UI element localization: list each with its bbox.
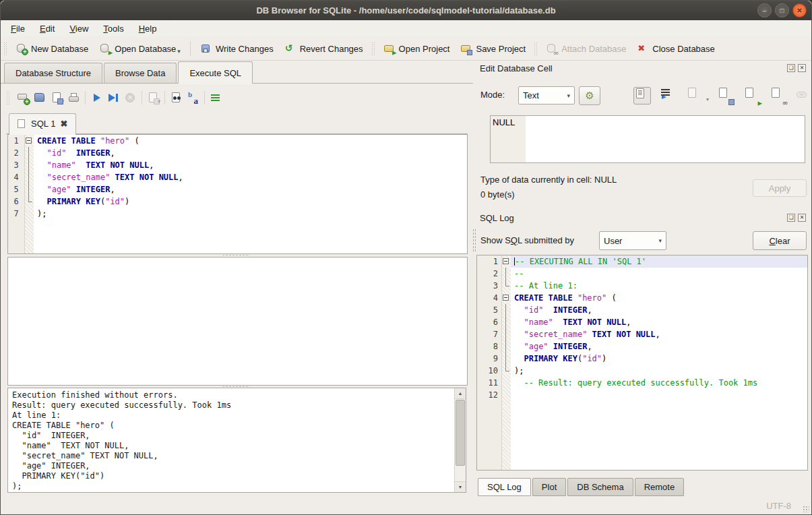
fold-marker-icon	[501, 304, 511, 316]
vertical-scrollbar[interactable]: ▲ ▼	[454, 388, 466, 492]
sql-tab[interactable]: SQL 1 ✖	[9, 113, 76, 134]
fold-marker-icon	[24, 171, 34, 183]
execute-current-line-icon[interactable]	[107, 92, 120, 104]
code-line: 3-- At line 1:	[477, 280, 807, 292]
menu-item-view[interactable]: View	[62, 22, 96, 36]
copy-cell-location-icon[interactable]	[770, 87, 787, 104]
dock-tab-plot[interactable]: Plot	[532, 478, 566, 496]
menu-item-help[interactable]: Help	[131, 22, 164, 36]
menu-item-file[interactable]: File	[3, 22, 32, 36]
code-line: 1-- EXECUTING ALL IN 'SQL 1'	[477, 255, 807, 268]
tab-execute-sql[interactable]: Execute SQL	[178, 61, 253, 84]
code-line: 4 "secret_name" TEXT NOT NULL,	[8, 171, 467, 183]
save-project-icon	[460, 43, 472, 54]
toolbar-separator	[164, 91, 165, 104]
find-icon[interactable]	[170, 92, 183, 104]
mode-select[interactable]: Text ▾	[518, 86, 575, 104]
code-line: 9 PRIMARY KEY("id")	[477, 353, 807, 365]
minimize-button[interactable]: ‒	[757, 3, 772, 18]
code-line: 5 "id" INTEGER,	[477, 304, 807, 316]
open-sql-file-icon[interactable]	[34, 92, 46, 104]
fold-marker-icon[interactable]	[501, 292, 511, 304]
sql-editor-toolbar: ▾▾	[3, 88, 224, 107]
sql-log-filter-select[interactable]: User ▾	[599, 231, 666, 250]
close-database-icon	[637, 43, 648, 54]
cell-settings-button[interactable]: ⚙	[579, 86, 600, 105]
menu-bar: FileEditViewToolsHelp	[1, 20, 811, 37]
sql-editor[interactable]: 1CREATE TABLE "hero" (2 "id" INTEGER,3 "…	[7, 134, 468, 254]
fold-marker-icon	[24, 183, 34, 195]
message-pane[interactable]: Execution finished without errors.Result…	[7, 388, 466, 493]
toolbar-sep	[190, 41, 191, 56]
fold-marker-icon[interactable]	[24, 135, 34, 147]
menu-item-edit[interactable]: Edit	[32, 22, 62, 36]
export-cell-data-icon[interactable]	[717, 87, 735, 104]
revert-changes-icon	[284, 43, 296, 54]
clear-button[interactable]: Clear	[753, 231, 807, 250]
auto-format-icon[interactable]	[210, 92, 222, 104]
title-bar[interactable]: DB Browser for SQLite - /home/user/code/…	[1, 1, 811, 21]
code-line: 10);	[477, 365, 807, 377]
code-line: 2--	[477, 268, 807, 280]
code-line: 1CREATE TABLE "hero" (	[8, 135, 467, 147]
dock-tab-db-schema[interactable]: DB Schema	[567, 478, 633, 496]
fold-marker-icon	[501, 268, 511, 280]
close-database-button[interactable]: Close Database	[631, 40, 720, 57]
cell-editor-textarea[interactable]: NULL	[490, 115, 805, 163]
fold-margin	[501, 377, 511, 389]
tab-database-structure[interactable]: Database Structure	[4, 63, 102, 84]
text-view-mode-icon[interactable]	[633, 87, 651, 104]
open-database-icon	[99, 43, 111, 54]
new-database-button[interactable]: New Database	[10, 40, 94, 57]
new-sql-tab-icon[interactable]	[17, 92, 30, 104]
mode-value: Text	[523, 90, 563, 100]
fold-marker-icon	[501, 280, 511, 292]
window-controls: ‒ □ ✕	[757, 3, 807, 18]
sql-log-pane[interactable]: 1-- EXECUTING ALL IN 'SQL 1'2--3-- At li…	[476, 255, 808, 471]
cell-type-label: Type of data currently in cell: NULL	[480, 175, 617, 185]
open-in-external-app-icon[interactable]	[743, 87, 761, 104]
maximize-button[interactable]: □	[775, 3, 789, 18]
write-changes-button[interactable]: Write Changes	[195, 40, 279, 57]
dock-resize-handle[interactable]	[472, 229, 476, 251]
fold-marker-icon	[24, 159, 34, 171]
menu-item-tools[interactable]: Tools	[96, 22, 131, 36]
chevron-down-icon: ▾	[567, 92, 570, 99]
open-database-dropdown-caret[interactable]: ▾	[177, 48, 181, 55]
execute-all-icon[interactable]	[90, 92, 103, 104]
close-panel-icon[interactable]: ✕	[798, 214, 806, 222]
sql-log-filter-value: User	[604, 236, 654, 246]
sql-tab-close-icon[interactable]: ✖	[60, 119, 67, 128]
chevron-down-icon: ▾	[658, 237, 662, 244]
fold-marker-icon	[501, 365, 511, 377]
message-line: Execution finished without errors.	[12, 390, 452, 400]
word-wrap-icon[interactable]	[660, 87, 677, 104]
find-replace-icon[interactable]	[187, 92, 199, 104]
close-panel-icon[interactable]: ✕	[798, 64, 806, 72]
apply-button: Apply	[753, 179, 807, 197]
fold-marker-icon[interactable]	[501, 255, 511, 268]
open-database-button[interactable]: Open Database	[94, 40, 181, 57]
print-sql-icon[interactable]	[67, 92, 80, 104]
resize-grip-icon[interactable]	[803, 506, 809, 512]
gear-icon: ⚙	[585, 90, 594, 102]
scroll-down-arrow[interactable]: ▼	[455, 481, 466, 492]
save-project-button[interactable]: Save Project	[455, 40, 531, 57]
open-project-button[interactable]: Open Project	[378, 40, 456, 57]
scroll-up-arrow[interactable]: ▲	[455, 388, 466, 399]
float-panel-icon[interactable]: ❏	[787, 214, 795, 222]
close-button[interactable]: ✕	[792, 3, 807, 18]
results-grid-pane[interactable]	[7, 257, 468, 386]
float-panel-icon[interactable]: ❏	[787, 64, 795, 72]
dock-tab-remote[interactable]: Remote	[635, 478, 685, 496]
import-cell-data-icon	[686, 87, 704, 104]
message-line: CREATE TABLE "hero" (	[12, 421, 452, 431]
dock-tab-sql-log[interactable]: SQL Log	[478, 478, 531, 496]
save-results-icon	[147, 92, 160, 104]
tab-browse-data[interactable]: Browse Data	[104, 63, 177, 84]
sql-log-title: SQL Log	[480, 213, 514, 223]
save-sql-file-icon[interactable]	[51, 92, 63, 104]
scrollbar-thumb[interactable]	[456, 400, 465, 466]
toolbar-separator	[142, 91, 142, 104]
revert-changes-button[interactable]: Revert Changes	[279, 40, 369, 57]
